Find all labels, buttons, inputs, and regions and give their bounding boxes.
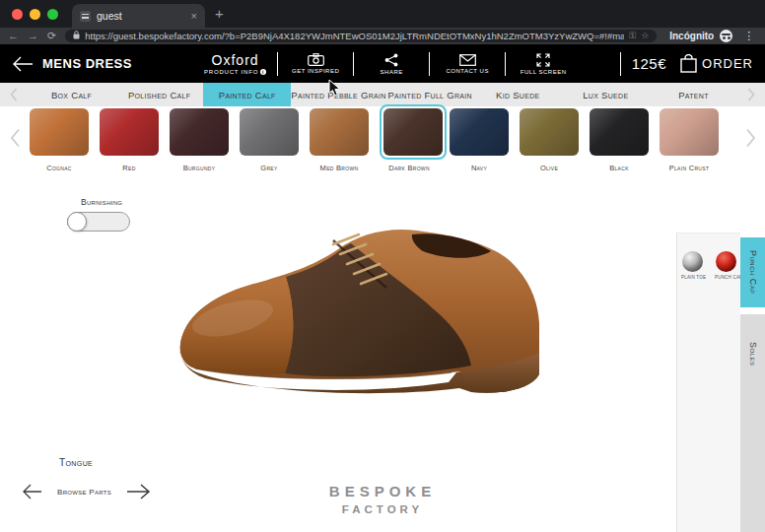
- burnishing-toggle[interactable]: [67, 212, 130, 232]
- category-label: MENS DRESS: [42, 56, 132, 71]
- option-punch-cap[interactable]: PUNCH CAP: [715, 251, 737, 280]
- swatch-black[interactable]: Black: [590, 108, 649, 172]
- swatch-plain-crust[interactable]: Plain Crust: [660, 108, 719, 172]
- swatch-med-brown[interactable]: Med Brown: [310, 108, 369, 172]
- toe-options: PLAIN TOE PUNCH CAP: [681, 251, 737, 280]
- browser-menu-icon[interactable]: ⋮: [743, 30, 754, 42]
- toggle-knob[interactable]: [67, 212, 87, 232]
- chevron-right-icon: [745, 128, 756, 148]
- swatch-color[interactable]: [30, 108, 89, 156]
- site-favicon: [80, 11, 91, 22]
- browser-tabstrip: guest × +: [0, 0, 765, 28]
- product-info-button[interactable]: PRODUCT INFO i: [204, 69, 266, 75]
- swatch-color[interactable]: [383, 108, 443, 156]
- get-inspired-button[interactable]: GET INSPIRED: [289, 53, 342, 74]
- forward-icon[interactable]: →: [28, 31, 38, 41]
- shopping-bag-icon[interactable]: [680, 54, 697, 73]
- full-screen-button[interactable]: FULL SCREEN: [517, 53, 570, 75]
- full-screen-label: FULL SCREEN: [517, 69, 570, 75]
- share-button[interactable]: SHARE: [365, 53, 418, 75]
- browser-tab[interactable]: guest ×: [72, 4, 205, 28]
- swatch-label: Black: [590, 164, 649, 172]
- swatch-color[interactable]: [590, 108, 649, 156]
- lock-icon: [73, 31, 80, 41]
- bookmark-star-icon[interactable]: ☆: [641, 32, 649, 40]
- browse-parts-nav: Browse Parts: [22, 483, 151, 500]
- swatch-label: Plain Crust: [660, 164, 719, 172]
- header-actions: Oxford PRODUCT INFO i GET INSPIRED: [204, 44, 570, 83]
- swatch-dark-brown-selected[interactable]: Dark Brown: [380, 108, 439, 172]
- plain-toe-material-ball[interactable]: [682, 251, 703, 272]
- material-tab-painted-full-grain[interactable]: Painted Full Grain: [386, 83, 474, 106]
- previous-part-arrow-icon[interactable]: [22, 484, 43, 499]
- material-tab-lux-suede[interactable]: Lux Suede: [562, 83, 650, 106]
- close-tab-icon[interactable]: ×: [191, 11, 197, 22]
- site-header: MENS DRESS Oxford PRODUCT INFO i GET INS…: [0, 44, 765, 83]
- share-icon: [384, 53, 398, 67]
- swatch-label: Cognac: [30, 164, 89, 172]
- color-swatch-row: Cognac Red Burgundy Grey Med Brown: [0, 108, 765, 187]
- swatch-color[interactable]: [170, 108, 229, 156]
- chevron-right-icon: [747, 88, 755, 101]
- new-tab-button[interactable]: +: [215, 5, 224, 22]
- back-to-category[interactable]: MENS DRESS: [12, 56, 204, 72]
- swatch-red[interactable]: Red: [100, 108, 159, 172]
- next-part-arrow-icon[interactable]: [125, 483, 151, 500]
- product-info-label: PRODUCT INFO: [204, 69, 258, 75]
- material-tab-kid-suede[interactable]: Kid Suede: [474, 83, 562, 106]
- swatch-color[interactable]: [310, 108, 369, 156]
- back-arrow-icon[interactable]: [12, 56, 34, 72]
- swatch-cognac[interactable]: Cognac: [30, 108, 89, 172]
- header-divider: [620, 52, 621, 76]
- header-divider: [429, 52, 430, 76]
- material-tabs: Box Calf Polished Calf Painted Calf Pain…: [28, 83, 737, 106]
- options-panel: PLAIN TOE PUNCH CAP: [676, 233, 740, 532]
- materials-scroll-left[interactable]: [0, 83, 28, 106]
- colors-scroll-left[interactable]: [0, 108, 30, 167]
- envelope-icon: [459, 54, 476, 66]
- materials-scroll-right[interactable]: [737, 83, 765, 106]
- shoe-3d-view[interactable]: [175, 225, 560, 402]
- material-tab-bar: Box Calf Polished Calf Painted Calf Pain…: [0, 83, 765, 106]
- back-icon[interactable]: ←: [8, 31, 19, 41]
- swatch-burgundy[interactable]: Burgundy: [170, 108, 229, 172]
- material-tab-painted-calf[interactable]: Painted Calf: [203, 83, 291, 106]
- address-bar[interactable]: https://guest.bespokefactory.com/?b=P2B9…: [65, 30, 657, 42]
- chevron-left-icon: [10, 128, 21, 148]
- tab-punch-cap[interactable]: Punch Cap: [740, 237, 765, 307]
- order-group: 125€ ORDER: [609, 44, 753, 83]
- option-label: PLAIN TOE: [681, 275, 704, 280]
- material-tab-patent[interactable]: Patent: [650, 83, 737, 106]
- window-controls[interactable]: [12, 9, 58, 20]
- contact-us-label: CONTACT US: [441, 68, 494, 74]
- swatch-color[interactable]: [450, 108, 509, 156]
- punch-cap-material-ball[interactable]: [716, 251, 736, 272]
- swatch-olive[interactable]: Olive: [520, 108, 579, 172]
- minimize-window-button[interactable]: [30, 9, 40, 20]
- share-label: SHARE: [365, 69, 418, 75]
- swatch-color[interactable]: [520, 108, 579, 156]
- colors-scroll-right[interactable]: [735, 108, 765, 167]
- reload-icon[interactable]: ⟳: [47, 31, 56, 41]
- swatch-navy[interactable]: Navy: [450, 108, 509, 172]
- brand-line-2: FACTORY: [0, 503, 765, 515]
- browse-parts-label: Browse Parts: [57, 488, 111, 497]
- contact-us-button[interactable]: CONTACT US: [441, 54, 494, 74]
- selected-swatch-frame: [380, 104, 447, 160]
- header-divider: [505, 52, 506, 76]
- swatch-color[interactable]: [100, 108, 159, 156]
- material-tab-box-calf[interactable]: Box Calf: [28, 83, 115, 106]
- swatch-color[interactable]: [660, 108, 719, 156]
- tab-soles[interactable]: Soles: [740, 314, 765, 532]
- close-window-button[interactable]: [12, 9, 23, 20]
- order-button[interactable]: ORDER: [702, 56, 753, 71]
- material-tab-polished-calf[interactable]: Polished Calf: [115, 83, 203, 106]
- swatch-color[interactable]: [240, 108, 299, 156]
- header-divider: [277, 52, 278, 76]
- get-inspired-label: GET INSPIRED: [289, 68, 342, 74]
- sidebar-tab-strip: Punch Cap Soles: [740, 233, 765, 532]
- option-plain-toe[interactable]: PLAIN TOE: [681, 251, 704, 280]
- password-key-icon[interactable]: ⚿: [629, 32, 636, 40]
- swatch-grey[interactable]: Grey: [240, 108, 299, 172]
- zoom-window-button[interactable]: [47, 9, 58, 20]
